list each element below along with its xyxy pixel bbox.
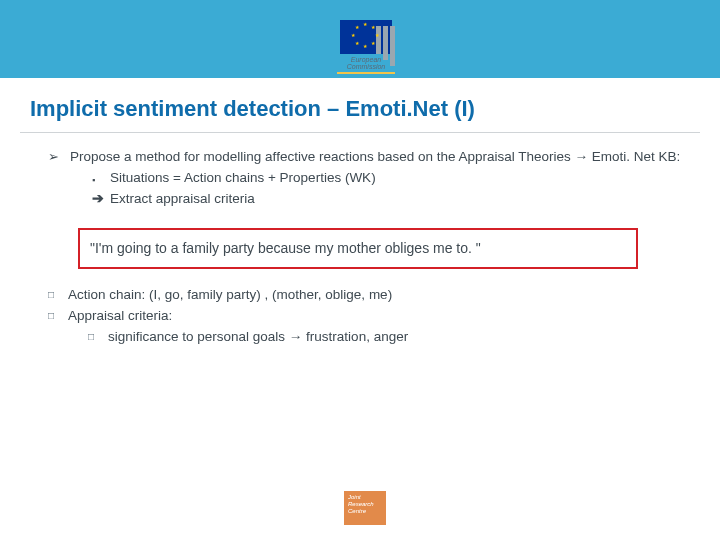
bullet-sub-situations: ▪ Situations = Action chains + Propertie… xyxy=(48,168,684,189)
hollow-square-bullet-icon: □ xyxy=(48,310,54,321)
title-divider xyxy=(20,132,700,133)
hollow-square-bullet-icon: □ xyxy=(48,289,54,300)
bullet-action-chain-text: Action chain: (I, go, family party) , (m… xyxy=(68,285,392,306)
bullet-main-text: Propose a method for modelling affective… xyxy=(70,147,680,168)
arrow-right-icon: → xyxy=(575,149,589,164)
arrow-right-icon: → xyxy=(289,329,303,344)
bullet-appraisal-sub-text: significance to personal goals → frustra… xyxy=(108,327,408,348)
bullet-sub-extract-text: Extract appraisal criteria xyxy=(110,189,255,210)
logo-underline xyxy=(337,72,395,74)
square-bullet-icon: ▪ xyxy=(92,175,95,185)
bullet-sub-situations-text: Situations = Action chains + Properties … xyxy=(110,168,376,189)
slide-title: Implicit sentiment detection – Emoti.Net… xyxy=(0,78,720,128)
slide-body: ➢ Propose a method for modelling affecti… xyxy=(0,147,720,348)
bullet-appraisal: □ Appraisal criteria: xyxy=(48,306,684,327)
hollow-square-bullet-icon: □ xyxy=(88,331,94,342)
bullet-main: ➢ Propose a method for modelling affecti… xyxy=(48,147,684,168)
header-banner: ★ ★ ★ ★ ★ ★ ★ ★ European Commission xyxy=(0,0,720,78)
arrow-bullet-icon: ➔ xyxy=(92,191,104,206)
bullet-appraisal-text: Appraisal criteria: xyxy=(68,306,172,327)
footer-badge: Joint Research Centre xyxy=(344,491,386,525)
bullet-appraisal-sub: □ significance to personal goals → frust… xyxy=(48,327,684,348)
quote-box: "I'm going to a family party because my … xyxy=(78,228,638,270)
triangle-bullet-icon: ➢ xyxy=(48,149,59,164)
ec-logo: ★ ★ ★ ★ ★ ★ ★ ★ European Commission xyxy=(330,20,402,74)
bullet-sub-extract: ➔ Extract appraisal criteria xyxy=(48,189,684,210)
bullet-action-chain: □ Action chain: (I, go, family party) , … xyxy=(48,285,684,306)
